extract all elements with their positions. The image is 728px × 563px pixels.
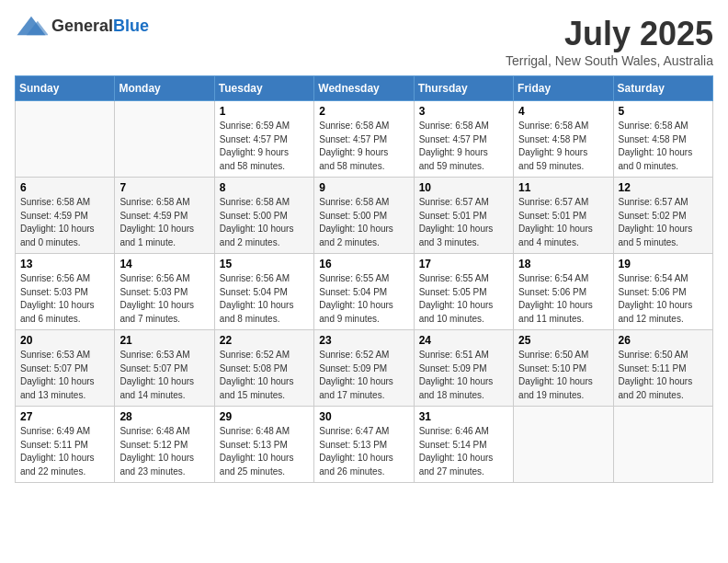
day-info: Sunrise: 6:58 AM Sunset: 4:59 PM Dayligh… <box>20 196 109 249</box>
title-block: July 2025 Terrigal, New South Wales, Aus… <box>506 15 713 68</box>
calendar-cell: 6Sunrise: 6:58 AM Sunset: 4:59 PM Daylig… <box>16 178 115 254</box>
day-info: Sunrise: 6:53 AM Sunset: 5:07 PM Dayligh… <box>20 349 109 402</box>
day-number: 28 <box>119 410 209 423</box>
calendar-week-3: 13Sunrise: 6:56 AM Sunset: 5:03 PM Dayli… <box>16 254 713 330</box>
calendar-table: Sunday Monday Tuesday Wednesday Thursday… <box>15 75 713 483</box>
day-info: Sunrise: 6:48 AM Sunset: 5:12 PM Dayligh… <box>119 425 209 478</box>
day-number: 1 <box>220 105 309 118</box>
calendar-body: 1Sunrise: 6:59 AM Sunset: 4:57 PM Daylig… <box>16 101 713 483</box>
day-info: Sunrise: 6:50 AM Sunset: 5:11 PM Dayligh… <box>619 349 708 402</box>
day-info: Sunrise: 6:55 AM Sunset: 5:05 PM Dayligh… <box>419 272 508 326</box>
day-number: 4 <box>518 105 608 118</box>
header-saturday: Saturday <box>613 76 712 101</box>
calendar-cell: 2Sunrise: 6:58 AM Sunset: 4:57 PM Daylig… <box>314 101 414 178</box>
calendar-cell: 15Sunrise: 6:56 AM Sunset: 5:04 PM Dayli… <box>214 254 313 330</box>
day-number: 11 <box>518 181 608 194</box>
calendar-week-4: 20Sunrise: 6:53 AM Sunset: 5:07 PM Dayli… <box>16 330 713 407</box>
day-info: Sunrise: 6:51 AM Sunset: 5:09 PM Dayligh… <box>419 349 508 402</box>
day-number: 19 <box>619 258 708 270</box>
calendar-cell: 20Sunrise: 6:53 AM Sunset: 5:07 PM Dayli… <box>16 330 115 407</box>
day-number: 5 <box>619 105 708 118</box>
calendar-cell <box>514 407 613 483</box>
day-info: Sunrise: 6:55 AM Sunset: 5:04 PM Dayligh… <box>319 272 408 326</box>
calendar-cell: 18Sunrise: 6:54 AM Sunset: 5:06 PM Dayli… <box>514 254 613 330</box>
day-info: Sunrise: 6:58 AM Sunset: 4:59 PM Dayligh… <box>119 196 209 249</box>
month-title: July 2025 <box>506 15 713 53</box>
calendar-cell: 3Sunrise: 6:58 AM Sunset: 4:57 PM Daylig… <box>414 101 513 178</box>
header-row: Sunday Monday Tuesday Wednesday Thursday… <box>16 76 713 101</box>
day-number: 7 <box>119 181 209 194</box>
day-info: Sunrise: 6:57 AM Sunset: 5:02 PM Dayligh… <box>619 196 708 249</box>
calendar-cell: 28Sunrise: 6:48 AM Sunset: 5:12 PM Dayli… <box>115 407 214 483</box>
day-number: 27 <box>20 410 109 423</box>
calendar-cell: 30Sunrise: 6:47 AM Sunset: 5:13 PM Dayli… <box>314 407 414 483</box>
day-info: Sunrise: 6:54 AM Sunset: 5:06 PM Dayligh… <box>619 272 708 326</box>
day-info: Sunrise: 6:48 AM Sunset: 5:13 PM Dayligh… <box>220 425 309 478</box>
day-number: 21 <box>119 334 209 347</box>
calendar-cell: 27Sunrise: 6:49 AM Sunset: 5:11 PM Dayli… <box>16 407 115 483</box>
day-number: 14 <box>119 258 209 270</box>
day-number: 6 <box>20 181 109 194</box>
logo-blue: Blue <box>113 17 149 35</box>
day-number: 23 <box>319 334 408 347</box>
header-sunday: Sunday <box>16 76 115 101</box>
calendar-cell: 21Sunrise: 6:53 AM Sunset: 5:07 PM Dayli… <box>115 330 214 407</box>
calendar-cell: 14Sunrise: 6:56 AM Sunset: 5:03 PM Dayli… <box>115 254 214 330</box>
day-number: 26 <box>619 334 708 347</box>
day-number: 25 <box>518 334 608 347</box>
day-number: 18 <box>518 258 608 270</box>
day-info: Sunrise: 6:52 AM Sunset: 5:09 PM Dayligh… <box>319 349 408 402</box>
day-number: 16 <box>319 258 408 270</box>
day-number: 2 <box>319 105 408 118</box>
calendar-cell: 4Sunrise: 6:58 AM Sunset: 4:58 PM Daylig… <box>514 101 613 178</box>
calendar-cell <box>16 101 115 178</box>
calendar-cell: 22Sunrise: 6:52 AM Sunset: 5:08 PM Dayli… <box>214 330 313 407</box>
day-info: Sunrise: 6:58 AM Sunset: 4:58 PM Dayligh… <box>518 120 608 173</box>
day-number: 13 <box>20 258 109 270</box>
calendar-cell: 23Sunrise: 6:52 AM Sunset: 5:09 PM Dayli… <box>314 330 414 407</box>
header-monday: Monday <box>115 76 214 101</box>
day-info: Sunrise: 6:57 AM Sunset: 5:01 PM Dayligh… <box>518 196 608 249</box>
calendar-cell: 29Sunrise: 6:48 AM Sunset: 5:13 PM Dayli… <box>214 407 313 483</box>
day-number: 24 <box>419 334 508 347</box>
day-info: Sunrise: 6:58 AM Sunset: 4:58 PM Dayligh… <box>619 120 708 173</box>
calendar-cell: 16Sunrise: 6:55 AM Sunset: 5:04 PM Dayli… <box>314 254 414 330</box>
day-info: Sunrise: 6:49 AM Sunset: 5:11 PM Dayligh… <box>20 425 109 478</box>
calendar-cell: 19Sunrise: 6:54 AM Sunset: 5:06 PM Dayli… <box>613 254 712 330</box>
calendar-cell: 5Sunrise: 6:58 AM Sunset: 4:58 PM Daylig… <box>613 101 712 178</box>
calendar-cell <box>613 407 712 483</box>
day-info: Sunrise: 6:58 AM Sunset: 5:00 PM Dayligh… <box>319 196 408 249</box>
calendar-cell: 8Sunrise: 6:58 AM Sunset: 5:00 PM Daylig… <box>214 178 313 254</box>
calendar-cell: 31Sunrise: 6:46 AM Sunset: 5:14 PM Dayli… <box>414 407 513 483</box>
day-info: Sunrise: 6:50 AM Sunset: 5:10 PM Dayligh… <box>518 349 608 402</box>
calendar-cell: 1Sunrise: 6:59 AM Sunset: 4:57 PM Daylig… <box>214 101 313 178</box>
calendar-cell: 26Sunrise: 6:50 AM Sunset: 5:11 PM Dayli… <box>613 330 712 407</box>
logo-general: General <box>51 17 113 35</box>
calendar-cell: 13Sunrise: 6:56 AM Sunset: 5:03 PM Dayli… <box>16 254 115 330</box>
calendar-cell: 11Sunrise: 6:57 AM Sunset: 5:01 PM Dayli… <box>514 178 613 254</box>
day-info: Sunrise: 6:54 AM Sunset: 5:06 PM Dayligh… <box>518 272 608 326</box>
day-info: Sunrise: 6:58 AM Sunset: 4:57 PM Dayligh… <box>419 120 508 173</box>
calendar-cell: 25Sunrise: 6:50 AM Sunset: 5:10 PM Dayli… <box>514 330 613 407</box>
day-number: 31 <box>419 410 508 423</box>
day-info: Sunrise: 6:53 AM Sunset: 5:07 PM Dayligh… <box>119 349 209 402</box>
calendar-cell: 17Sunrise: 6:55 AM Sunset: 5:05 PM Dayli… <box>414 254 513 330</box>
day-info: Sunrise: 6:57 AM Sunset: 5:01 PM Dayligh… <box>419 196 508 249</box>
day-info: Sunrise: 6:46 AM Sunset: 5:14 PM Dayligh… <box>419 425 508 478</box>
calendar-header: Sunday Monday Tuesday Wednesday Thursday… <box>16 76 713 101</box>
calendar-cell: 12Sunrise: 6:57 AM Sunset: 5:02 PM Dayli… <box>613 178 712 254</box>
logo-icon <box>15 15 48 37</box>
day-number: 17 <box>419 258 508 270</box>
header-wednesday: Wednesday <box>314 76 414 101</box>
day-number: 15 <box>220 258 309 270</box>
day-number: 3 <box>419 105 508 118</box>
day-info: Sunrise: 6:59 AM Sunset: 4:57 PM Dayligh… <box>220 120 309 173</box>
page-header: GeneralBlue July 2025 Terrigal, New Sout… <box>15 15 713 68</box>
day-info: Sunrise: 6:58 AM Sunset: 4:57 PM Dayligh… <box>319 120 408 173</box>
location-title: Terrigal, New South Wales, Australia <box>506 53 713 68</box>
calendar-cell: 24Sunrise: 6:51 AM Sunset: 5:09 PM Dayli… <box>414 330 513 407</box>
header-thursday: Thursday <box>414 76 513 101</box>
header-friday: Friday <box>514 76 613 101</box>
calendar-cell: 7Sunrise: 6:58 AM Sunset: 4:59 PM Daylig… <box>115 178 214 254</box>
day-info: Sunrise: 6:56 AM Sunset: 5:03 PM Dayligh… <box>20 272 109 326</box>
